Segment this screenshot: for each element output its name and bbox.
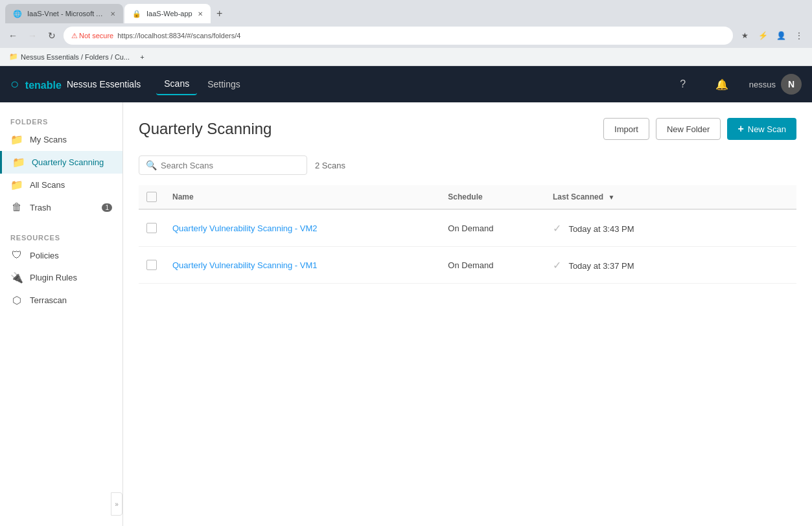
sidebar-label-plugin-rules: Plugin Rules bbox=[30, 273, 77, 282]
sidebar-resources: RESOURCES 🛡 Policies 🔌 Plugin Rules ⬡ Te… bbox=[0, 229, 122, 312]
menu-button[interactable]: ⋮ bbox=[791, 28, 807, 43]
col-schedule[interactable]: Schedule bbox=[440, 185, 545, 209]
col-last-scanned[interactable]: Last Scanned ▼ bbox=[545, 185, 739, 209]
address-bar: ← → ↻ ⚠ Not secure https://localhost:883… bbox=[0, 23, 812, 48]
sidebar-item-trash[interactable]: 🗑 Trash 1 bbox=[0, 196, 122, 218]
new-folder-button[interactable]: New Folder bbox=[656, 118, 721, 140]
nav-settings[interactable]: Settings bbox=[200, 74, 248, 95]
folders-label: FOLDERS bbox=[0, 113, 122, 128]
collapse-sidebar-button[interactable]: » bbox=[111, 492, 122, 516]
nav-scans[interactable]: Scans bbox=[156, 73, 197, 95]
tab-bar: 🌐 IaaS-Vnet - Microsoft Azure ✕ 🔒 IaaS-W… bbox=[0, 0, 812, 23]
user-area[interactable]: nessus N bbox=[749, 74, 802, 95]
launch-button-0[interactable]: ▶ bbox=[747, 219, 765, 237]
resources-label: RESOURCES bbox=[0, 229, 122, 244]
content-area: Quarterly Scanning Import New Folder + N… bbox=[123, 102, 812, 526]
sidebar-label-trash: Trash bbox=[30, 203, 51, 212]
back-button[interactable]: ← bbox=[5, 28, 21, 43]
page-header: Quarterly Scanning Import New Folder + N… bbox=[139, 118, 796, 140]
sidebar-item-terrascan[interactable]: ⬡ Terrascan bbox=[0, 289, 122, 312]
row-schedule-0: On Demand bbox=[440, 209, 545, 247]
row-checkbox-1[interactable] bbox=[146, 260, 157, 270]
sort-indicator: ▼ bbox=[608, 194, 614, 201]
new-scan-button[interactable]: + New Scan bbox=[727, 118, 796, 140]
sidebar-label-quarterly: Quarterly Scanning bbox=[32, 157, 104, 167]
url-text: https://localhost:8834/#/scans/folders/4 bbox=[117, 32, 240, 40]
browser-chrome: 🌐 IaaS-Vnet - Microsoft Azure ✕ 🔒 IaaS-W… bbox=[0, 0, 812, 66]
bookmark-icon-1: 📁 bbox=[9, 52, 18, 61]
search-icon: 🔍 bbox=[146, 160, 157, 170]
not-secure-indicator: ⚠ Not secure bbox=[71, 32, 113, 40]
sidebar-label-policies: Policies bbox=[30, 251, 59, 260]
bookmark-button[interactable]: ★ bbox=[737, 28, 752, 43]
sidebar-item-my-scans[interactable]: 📁 My Scans bbox=[0, 128, 122, 151]
tab-favicon-1: 🌐 bbox=[13, 10, 22, 18]
username-label: nessus bbox=[749, 80, 776, 89]
forward-button[interactable]: → bbox=[25, 28, 40, 43]
row-last-scanned-0: ✓ Today at 3:43 PM bbox=[545, 209, 739, 247]
tab-label-2: IaaS-Web-app bbox=[146, 10, 192, 17]
tab-close-2[interactable]: ✕ bbox=[198, 10, 203, 17]
select-all-checkbox[interactable] bbox=[146, 192, 157, 202]
top-nav: ○ tenable Nessus Essentials Scans Settin… bbox=[0, 66, 812, 102]
page-title: Quarterly Scanning bbox=[139, 120, 603, 138]
url-bar[interactable]: ⚠ Not secure https://localhost:8834/#/sc… bbox=[64, 27, 733, 45]
trash-badge: 1 bbox=[102, 203, 112, 212]
sidebar-item-quarterly-scanning[interactable]: 📁 Quarterly Scanning bbox=[0, 151, 122, 174]
tab-1[interactable]: 🌐 IaaS-Vnet - Microsoft Azure ✕ bbox=[5, 4, 123, 23]
sidebar-item-policies[interactable]: 🛡 Policies bbox=[0, 244, 122, 266]
import-button[interactable]: Import bbox=[603, 118, 649, 140]
reload-button[interactable]: ↻ bbox=[44, 28, 60, 43]
folder-icon-quarterly: 📁 bbox=[12, 156, 25, 168]
main-content: FOLDERS 📁 My Scans 📁 Quarterly Scanning … bbox=[0, 102, 812, 526]
folder-icon-all-scans: 📁 bbox=[10, 179, 23, 191]
table-row: Quarterly Vulnerability Scanning - VM2 O… bbox=[139, 209, 796, 247]
nav-items: Scans Settings bbox=[156, 73, 248, 95]
sidebar-label-all-scans: All Scans bbox=[30, 180, 65, 190]
folder-icon-my-scans: 📁 bbox=[10, 133, 23, 146]
extensions-button[interactable]: ⚡ bbox=[755, 28, 771, 43]
row-name-0: Quarterly Vulnerability Scanning - VM2 bbox=[165, 209, 440, 247]
sidebar-item-plugin-rules[interactable]: 🔌 Plugin Rules bbox=[0, 266, 122, 289]
row-actions-1: ▶ ✕ bbox=[739, 247, 796, 284]
policies-icon: 🛡 bbox=[10, 249, 23, 261]
delete-button-1[interactable]: ✕ bbox=[771, 256, 789, 274]
search-bar-row: 🔍 2 Scans bbox=[139, 155, 796, 175]
logo-area: ○ tenable Nessus Essentials bbox=[10, 76, 141, 93]
scan-table: Name Schedule Last Scanned ▼ bbox=[139, 185, 796, 284]
sidebar-label-my-scans: My Scans bbox=[30, 135, 67, 144]
row-checkbox-cell-0[interactable] bbox=[139, 209, 165, 247]
bookmark-1[interactable]: 📁 Nessus Essentials / Folders / Cu... bbox=[5, 51, 133, 62]
delete-button-0[interactable]: ✕ bbox=[771, 219, 789, 237]
tab-label-1: IaaS-Vnet - Microsoft Azure bbox=[27, 10, 105, 17]
row-checkbox-0[interactable] bbox=[146, 223, 157, 233]
select-all-header[interactable] bbox=[139, 185, 165, 209]
table-row: Quarterly Vulnerability Scanning - VM1 O… bbox=[139, 247, 796, 284]
app: ○ tenable Nessus Essentials Scans Settin… bbox=[0, 66, 812, 526]
scan-count: 2 Scans bbox=[315, 161, 345, 170]
tab-2[interactable]: 🔒 IaaS-Web-app ✕ bbox=[124, 4, 211, 23]
tab-close-1[interactable]: ✕ bbox=[110, 10, 115, 17]
new-tab-button[interactable]: + bbox=[212, 6, 227, 21]
tenable-logo: ○ tenable bbox=[10, 76, 62, 93]
bookmarks-bar: 📁 Nessus Essentials / Folders / Cu... + bbox=[0, 48, 812, 66]
new-bookmark-button[interactable]: + bbox=[136, 52, 148, 62]
profile-button[interactable]: 👤 bbox=[773, 28, 789, 43]
search-bar: 🔍 bbox=[139, 155, 307, 175]
col-name[interactable]: Name bbox=[165, 185, 440, 209]
scan-table-body: Quarterly Vulnerability Scanning - VM2 O… bbox=[139, 209, 796, 284]
help-button[interactable]: ? bbox=[671, 73, 695, 96]
row-checkbox-cell-1[interactable] bbox=[139, 247, 165, 284]
sidebar-label-terrascan: Terrascan bbox=[30, 295, 67, 305]
plus-icon: + bbox=[737, 123, 743, 135]
sidebar-item-all-scans[interactable]: 📁 All Scans bbox=[0, 174, 122, 196]
terrascan-icon: ⬡ bbox=[10, 294, 23, 306]
logo-subtitle: Nessus Essentials bbox=[67, 79, 141, 89]
status-check-icon-0: ✓ bbox=[553, 223, 561, 234]
col-actions bbox=[739, 185, 796, 209]
table-header: Name Schedule Last Scanned ▼ bbox=[139, 185, 796, 209]
launch-button-1[interactable]: ▶ bbox=[747, 256, 765, 274]
row-last-scanned-1: ✓ Today at 3:37 PM bbox=[545, 247, 739, 284]
notifications-button[interactable]: 🔔 bbox=[710, 73, 734, 96]
search-input[interactable] bbox=[161, 161, 300, 170]
